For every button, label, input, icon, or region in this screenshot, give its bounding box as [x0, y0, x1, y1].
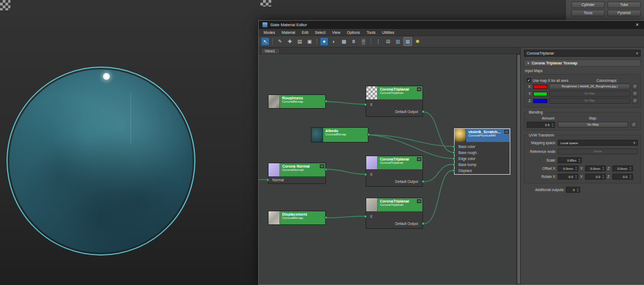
input-connector[interactable] [452, 151, 455, 154]
node-selector-dropdown[interactable]: CoronaTriplanar ▾ [524, 50, 641, 57]
node-material[interactable]: vbslelk_Scratch... CoronaPhysicalMtl – B… [454, 128, 510, 175]
output-connector[interactable] [325, 216, 327, 219]
y-map-enable-button[interactable]: ✓ [632, 91, 638, 97]
output-slot[interactable]: Default Output [366, 178, 422, 185]
node-triplanar-mid[interactable]: CoronaTriplanar CoronaTriplanar – X [366, 156, 423, 187]
tube-button[interactable]: Tube [607, 2, 641, 8]
put-material-icon[interactable]: ▤ [295, 37, 304, 46]
mapping-space-dropdown[interactable]: Local space ▾ [558, 140, 638, 146]
blend-map-button[interactable]: No Map [558, 122, 628, 128]
background-checker-icon[interactable]: ▩ [339, 37, 348, 46]
node-graph-canvas[interactable]: Roughness CoronaBitmap CoronaTriplanar [259, 54, 516, 284]
z-color-swatch[interactable] [533, 99, 547, 103]
offset-z-spinner[interactable]: 0.0mm ▴▾ [612, 165, 633, 171]
layout-children-icon[interactable]: ▦ [403, 37, 412, 46]
node-triplanar-bottom[interactable]: CoronaTriplanar CoronaTriplanar – X [366, 198, 423, 229]
spinner-arrows-icon[interactable]: ▴▾ [575, 187, 580, 192]
menu-options[interactable]: Options [344, 31, 363, 34]
show-end-result-icon[interactable]: ◐ [330, 37, 338, 46]
spinner-arrows-icon[interactable]: ▴▾ [628, 174, 633, 179]
minimize-node-button[interactable]: – [417, 157, 421, 161]
input-connector[interactable] [364, 173, 367, 176]
input-connector[interactable] [266, 179, 269, 181]
z-map-enable-button[interactable]: ✓ [632, 98, 638, 104]
scrollbar-thumb[interactable] [517, 55, 520, 284]
material-id-icon[interactable]: 0 [349, 37, 358, 46]
output-connector[interactable] [422, 110, 425, 113]
tab-view1[interactable]: View1 [261, 48, 280, 54]
pick-material-icon[interactable]: ✎ [276, 37, 284, 46]
input-connector[interactable] [452, 169, 455, 172]
output-slot[interactable]: Default Output [366, 108, 422, 115]
x-map-enable-button[interactable]: ✓ [632, 84, 638, 90]
amount-spinner[interactable]: 0.5 ▴▾ [527, 122, 555, 128]
menu-utilities[interactable]: Utilities [379, 31, 398, 34]
minimize-node-button[interactable]: – [417, 87, 421, 91]
input-slot-x[interactable]: X [366, 171, 422, 178]
spinner-arrows-icon[interactable]: ▴▾ [574, 166, 578, 171]
input-slot-base-color[interactable]: Base color [455, 144, 510, 150]
menu-modes[interactable]: Modes [260, 31, 278, 34]
input-connector[interactable] [364, 103, 367, 106]
node-triplanar-top[interactable]: CoronaTriplanar CoronaTriplanar – X [366, 86, 423, 117]
menu-material[interactable]: Material [278, 31, 299, 34]
cylinder-button[interactable]: Cylinder [571, 2, 605, 8]
menu-edit[interactable]: Edit [299, 31, 312, 34]
menu-view[interactable]: View [329, 31, 343, 34]
spinner-arrows-icon[interactable]: ▴▾ [601, 174, 605, 179]
minimize-node-button[interactable]: – [417, 199, 421, 203]
node-albedo[interactable]: Albedo CoronaBitmap [311, 127, 368, 143]
input-slot-normal[interactable]: Normal [269, 176, 325, 183]
output-connector[interactable] [325, 168, 327, 171]
offset-y-spinner[interactable]: 0.0mm ▴▾ [585, 165, 606, 171]
node-roughness[interactable]: Roughness CoronaBitmap [268, 94, 326, 109]
spinner-arrows-icon[interactable]: ▴▾ [577, 158, 581, 163]
x-map-button[interactable]: Roughness ( vbslelk_2K_Roughness.jpg ) [549, 84, 630, 90]
select-tool-icon[interactable]: ↖ [261, 37, 270, 46]
layout-vertical-icon[interactable]: ⋮ [374, 37, 383, 46]
z-map-button[interactable]: No Map [549, 98, 630, 104]
input-connector[interactable] [452, 157, 455, 160]
output-connector[interactable] [325, 100, 327, 103]
menu-select[interactable]: Select [312, 31, 329, 34]
show-map-in-viewport-icon[interactable]: ● [320, 37, 329, 46]
y-color-swatch[interactable] [533, 92, 547, 96]
x-color-swatch[interactable] [533, 85, 547, 89]
input-connector[interactable] [452, 163, 455, 166]
input-connector[interactable] [452, 145, 455, 148]
node-corona-normal[interactable]: Corona Normal CoronaNormal – Normal [268, 163, 326, 184]
assign-material-icon[interactable]: ▣ [305, 37, 314, 46]
minimize-node-button[interactable]: – [320, 164, 324, 168]
input-slot-x[interactable]: X [366, 213, 422, 220]
use-map-x-checkbox[interactable]: ✓ [527, 78, 531, 82]
close-icon[interactable]: ✕ [634, 23, 640, 27]
reference-node-button[interactable]: None [558, 149, 638, 155]
spinner-arrows-icon[interactable]: ▴▾ [628, 166, 633, 171]
scale-spinner[interactable]: 0.85m ▴▾ [558, 157, 582, 163]
preview-sphere[interactable] [9, 69, 193, 253]
layout-all-icon[interactable]: ▥ [393, 37, 402, 46]
spinner-arrows-icon[interactable]: ▴▾ [574, 174, 578, 179]
rotate-z-spinner[interactable]: 0.0 ▴▾ [612, 174, 633, 180]
input-slot-displace[interactable]: Displace [455, 168, 510, 174]
zoom-burst-icon[interactable]: ✱ [413, 37, 422, 46]
rotate-y-spinner[interactable]: 0.0 ▴▾ [585, 174, 606, 180]
blend-map-enable-button[interactable]: ✓ [631, 122, 637, 128]
additional-outputs-spinner[interactable]: 0 ▴▾ [566, 187, 580, 193]
canvas-scrollbar[interactable] [516, 54, 520, 284]
window-titlebar[interactable]: Slate Material Editor ✕ [259, 21, 644, 29]
menu-tools[interactable]: Tools [363, 31, 379, 34]
rollout-corona-triplanar[interactable]: ▼ Corona Triplanar Texmap [524, 60, 641, 67]
sample-color-icon[interactable]: ✚ [285, 37, 294, 46]
input-slot-x[interactable]: X [366, 101, 422, 108]
offset-x-spinner[interactable]: 0.0mm ▴▾ [558, 165, 579, 171]
output-connector[interactable] [367, 133, 370, 136]
node-displacement[interactable]: Displacement CoronaBitmap [268, 211, 326, 225]
torus-button[interactable]: Torus [571, 10, 605, 16]
input-slot-edge-color[interactable]: Edge color [455, 156, 510, 162]
input-slot-base-rough[interactable]: Base rough. [455, 150, 510, 156]
dither-icon[interactable]: ▒ [359, 37, 368, 46]
rotate-x-spinner[interactable]: 0.0 ▴▾ [558, 174, 579, 180]
spinner-arrows-icon[interactable]: ▴▾ [550, 122, 554, 127]
hide-unused-slots-icon[interactable]: ⊟ [384, 37, 392, 46]
